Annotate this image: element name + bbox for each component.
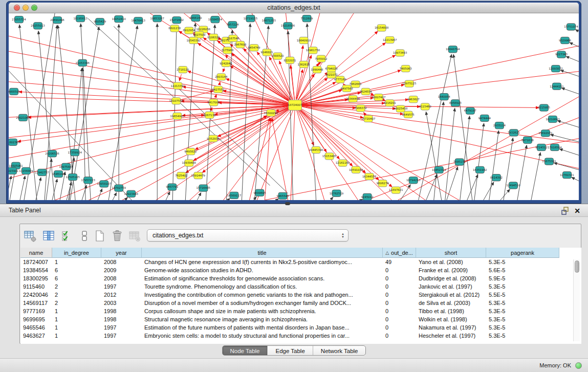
table-scrollbar[interactable] bbox=[573, 259, 580, 341]
cell-title[interactable]: Disruption of a novel member of a sodium… bbox=[142, 299, 383, 307]
column-header-out_degree[interactable]: △out_de... bbox=[383, 248, 416, 258]
cell-title[interactable]: Corpus callosum shape and size in male p… bbox=[142, 307, 383, 315]
cell-year[interactable]: 1998 bbox=[101, 315, 142, 323]
cell-in_degree[interactable]: 2 bbox=[52, 299, 101, 307]
cell-pagerank[interactable]: 5.3E-5 bbox=[486, 323, 559, 332]
cell-title[interactable]: Estimation of the future numbers of pati… bbox=[142, 323, 383, 332]
column-header-title[interactable]: title bbox=[142, 248, 383, 258]
cell-short[interactable]: Stergiakouli et al. (2012) bbox=[416, 291, 486, 299]
cell-year[interactable]: 2008 bbox=[101, 258, 142, 266]
column-header-name[interactable]: name bbox=[20, 248, 52, 258]
cell-in_degree[interactable]: 2 bbox=[52, 291, 101, 299]
minimize-window-button[interactable] bbox=[23, 5, 29, 11]
table-row[interactable]: 1830029562008Estimation of significance … bbox=[20, 274, 581, 282]
table-row[interactable]: 1456911722003Disruption of a novel membe… bbox=[20, 299, 581, 307]
cell-short[interactable]: Yano et al. (2008) bbox=[416, 258, 486, 266]
network-canvas[interactable]: 2305572420255013206914061819561396054291… bbox=[9, 13, 579, 200]
table-row[interactable]: 911546021997Tourette syndrome. Phenomeno… bbox=[20, 282, 581, 291]
table-row[interactable]: 977716911998Corpus callosum shape and si… bbox=[20, 307, 581, 315]
cell-out_degree[interactable]: 0 bbox=[383, 315, 416, 323]
column-header-pagerank[interactable]: pagerank bbox=[486, 248, 559, 258]
cell-name[interactable]: 14569117 bbox=[20, 299, 52, 307]
cell-title[interactable]: Structural magnetic resonance image aver… bbox=[142, 315, 383, 323]
cell-pagerank[interactable]: 5.9E-5 bbox=[486, 274, 559, 282]
cell-title[interactable]: Changes of HCN gene expression and I(f) … bbox=[142, 258, 383, 266]
cell-in_degree[interactable]: 1 bbox=[52, 307, 101, 315]
cell-title[interactable]: Estimation of significance thresholds fo… bbox=[142, 274, 383, 282]
cell-pagerank[interactable]: 5.3E-5 bbox=[486, 282, 559, 291]
panel-resize-grip[interactable] bbox=[285, 202, 290, 205]
column-header-short[interactable]: short bbox=[416, 248, 486, 258]
cell-in_degree[interactable]: 6 bbox=[52, 266, 101, 274]
tab-edge-table[interactable]: Edge Table bbox=[267, 346, 312, 355]
row-height-icon[interactable] bbox=[77, 229, 92, 243]
cell-title[interactable]: Embryonic stem cells: a model to study s… bbox=[142, 332, 383, 340]
cell-pagerank[interactable]: 5.3E-5 bbox=[486, 307, 559, 315]
cell-name[interactable]: 9699695 bbox=[20, 315, 52, 323]
cell-short[interactable]: Franke et al. (2009) bbox=[416, 266, 486, 274]
cell-name[interactable]: 19384554 bbox=[20, 266, 52, 274]
cell-in_degree[interactable]: 2 bbox=[52, 282, 101, 291]
cell-name[interactable]: 18300295 bbox=[20, 274, 52, 282]
cell-name[interactable]: 9115460 bbox=[20, 282, 52, 291]
cell-out_degree[interactable]: 0 bbox=[383, 299, 416, 307]
new-document-icon[interactable] bbox=[93, 229, 107, 243]
cell-name[interactable]: 9777169 bbox=[20, 307, 52, 315]
cell-pagerank[interactable]: 5.3E-5 bbox=[486, 315, 559, 323]
cell-short[interactable]: Hescheler et al. (1997) bbox=[416, 332, 486, 340]
show-columns-icon[interactable] bbox=[41, 229, 56, 243]
cell-year[interactable]: 2009 bbox=[101, 266, 142, 274]
table-row[interactable]: 969969511998Structural magnetic resonanc… bbox=[20, 315, 581, 323]
table-scrollbar-thumb[interactable] bbox=[575, 260, 579, 273]
cell-pagerank[interactable]: 5.3E-5 bbox=[486, 258, 559, 266]
column-header-in_degree[interactable]: in_degree bbox=[52, 248, 101, 258]
window-titlebar[interactable]: citations_edges.txt bbox=[9, 3, 579, 13]
cell-pagerank[interactable]: 5.3E-5 bbox=[486, 332, 559, 340]
cell-in_degree[interactable]: 1 bbox=[52, 323, 101, 332]
cell-year[interactable]: 2003 bbox=[101, 299, 142, 307]
cell-year[interactable]: 1997 bbox=[101, 282, 142, 291]
cell-out_degree[interactable]: 0 bbox=[383, 266, 416, 274]
cell-title[interactable]: Investigating the contribution of common… bbox=[142, 291, 383, 299]
close-panel-icon[interactable]: ✕ bbox=[573, 206, 582, 215]
cell-out_degree[interactable]: 0 bbox=[383, 323, 416, 332]
float-panel-icon[interactable] bbox=[560, 206, 570, 215]
table-mode-icon[interactable] bbox=[23, 229, 37, 243]
cell-in_degree[interactable]: 1 bbox=[52, 258, 101, 266]
cell-pagerank[interactable]: 5.3E-5 bbox=[486, 299, 559, 307]
cell-title[interactable]: Genome-wide association studies in ADHD. bbox=[142, 266, 383, 274]
cell-title[interactable]: Tourette syndrome. Phenomenology and cla… bbox=[142, 282, 383, 291]
column-header-year[interactable]: year bbox=[101, 248, 142, 258]
cell-year[interactable]: 2012 bbox=[101, 291, 142, 299]
cell-short[interactable]: Jankovic et al. (1997) bbox=[416, 282, 486, 291]
cell-out_degree[interactable]: 0 bbox=[383, 332, 416, 340]
table-row[interactable]: 2242004622012Investigating the contribut… bbox=[20, 291, 581, 299]
table-row[interactable]: 946362711997Embryonic stem cells: a mode… bbox=[20, 332, 581, 340]
cell-out_degree[interactable]: 0 bbox=[383, 282, 416, 291]
cell-in_degree[interactable]: 1 bbox=[52, 332, 101, 340]
table-row[interactable]: 946554611997Estimation of the future num… bbox=[20, 323, 581, 332]
cell-short[interactable]: Nakamura et al. (1997) bbox=[416, 323, 486, 332]
cell-short[interactable]: de Silva et al. (2003) bbox=[416, 299, 486, 307]
zoom-window-button[interactable] bbox=[31, 5, 37, 11]
cell-year[interactable]: 2008 bbox=[101, 274, 142, 282]
cell-out_degree[interactable]: 49 bbox=[383, 258, 416, 266]
cell-year[interactable]: 1997 bbox=[101, 323, 142, 332]
cell-year[interactable]: 1998 bbox=[101, 307, 142, 315]
cell-pagerank[interactable]: 5.5E-5 bbox=[486, 291, 559, 299]
row-select-icon[interactable] bbox=[60, 229, 74, 243]
close-window-button[interactable] bbox=[14, 5, 20, 11]
cell-short[interactable]: Tibbo et al. (1998) bbox=[416, 307, 486, 315]
delete-trash-icon[interactable] bbox=[110, 229, 124, 243]
cell-short[interactable]: Wolkin et al. (1998) bbox=[416, 315, 486, 323]
cell-year[interactable]: 1997 bbox=[101, 332, 142, 340]
cell-short[interactable]: Dudbridge et al. (2008) bbox=[416, 274, 486, 282]
cell-name[interactable]: 22420046 bbox=[20, 291, 52, 299]
cell-in_degree[interactable]: 6 bbox=[52, 274, 101, 282]
cell-out_degree[interactable]: 0 bbox=[383, 307, 416, 315]
tab-network-table[interactable]: Network Table bbox=[313, 346, 366, 355]
table-row[interactable]: 1938455462009Genome-wide association stu… bbox=[20, 266, 581, 274]
cell-name[interactable]: 9463627 bbox=[20, 332, 52, 340]
table-row[interactable]: 1872400712008Changes of HCN gene express… bbox=[20, 258, 581, 266]
cell-out_degree[interactable]: 0 bbox=[383, 274, 416, 282]
